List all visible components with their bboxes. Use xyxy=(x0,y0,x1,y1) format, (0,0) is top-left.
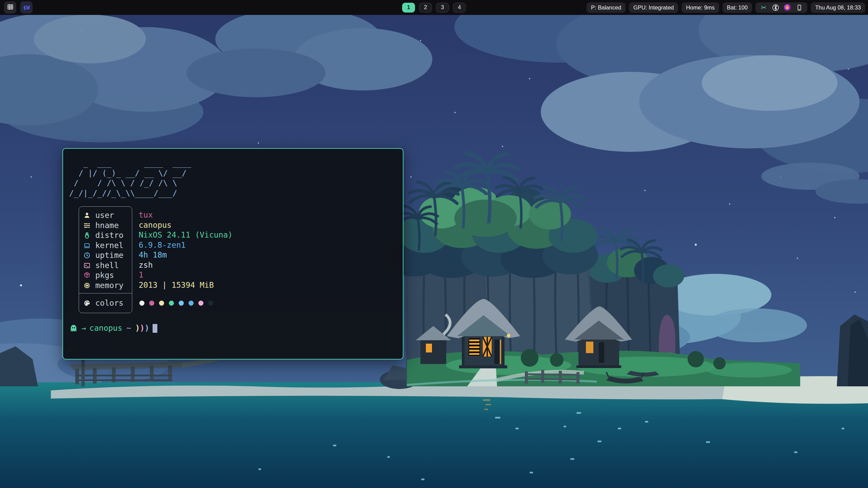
app-launcher-button[interactable] xyxy=(4,1,16,14)
fetch-row-kernel: kernel xyxy=(79,241,132,251)
fetch-label: kernel xyxy=(95,241,123,251)
desktop: $W 1234 P: BalancedGPU: IntegratedHome: … xyxy=(0,0,868,488)
fetch-label: distro xyxy=(95,230,123,241)
fetch-label: hname xyxy=(95,221,119,231)
bluetooth-icon[interactable] xyxy=(772,4,779,11)
status-pill-p[interactable]: P: Balanced xyxy=(587,2,626,13)
workspace-button-3[interactable]: 3 xyxy=(436,3,449,13)
color-swatch-2 xyxy=(159,301,164,306)
palette-icon xyxy=(83,300,91,307)
fetch-colors-row: colors xyxy=(79,293,132,313)
phone-icon[interactable] xyxy=(795,4,803,11)
fetch-row-hname: hname xyxy=(79,221,132,231)
fetch-values: tuxcanopusNixOS 24.11 (Vicuna)6.9.8-zen1… xyxy=(132,206,396,313)
prompt-path: ~ xyxy=(126,323,131,333)
terminal-palette-dots xyxy=(139,293,396,313)
fetch-value-shell: zsh xyxy=(139,260,396,270)
fetch-row-memory: memory xyxy=(79,281,132,291)
fetch-row-user: user xyxy=(79,210,132,221)
dollar-w-badge: $W xyxy=(23,4,29,11)
fetch-label: shell xyxy=(95,261,119,271)
color-swatch-0 xyxy=(139,301,144,306)
apps-grid-icon xyxy=(7,4,14,11)
prompt-chevron: ) xyxy=(140,324,145,332)
fetch-value-kernel: 6.9.8-zen1 xyxy=(139,240,396,250)
fetch-label-box: userhnamedistrokerneluptimeshellpkgsmemo… xyxy=(79,206,132,313)
terminal-window[interactable]: _ ___ ____ ____ / |/ (_)_ __/ __ \/ __/ … xyxy=(62,148,403,360)
fetch-value-distro: NixOS 24.11 (Vicuna) xyxy=(139,230,396,240)
workspace-button-1[interactable]: 1 xyxy=(402,3,415,13)
chip-icon xyxy=(83,282,91,289)
color-swatch-4 xyxy=(179,301,184,306)
color-swatch-3 xyxy=(169,301,174,306)
workspace-button-4[interactable]: 4 xyxy=(453,3,466,13)
list-icon xyxy=(83,222,91,229)
system-tray[interactable]: ✂ xyxy=(755,2,807,13)
terminal-icon xyxy=(83,262,91,269)
nixos-ascii-logo: _ ___ ____ ____ / |/ (_)_ __/ __ \/ __/ … xyxy=(69,158,396,198)
prompt-chevron: ) xyxy=(135,324,140,332)
fetch-value-pkgs: 1 xyxy=(139,270,396,280)
penguin-icon xyxy=(83,232,91,239)
status-pill-gpu[interactable]: GPU: Integrated xyxy=(629,2,678,13)
workspace-list: 1234 xyxy=(402,0,466,15)
topbar-left: $W xyxy=(4,0,33,15)
status-pill-home[interactable]: Home: 9ms xyxy=(682,2,719,13)
prompt-hostname: canopus xyxy=(90,323,122,333)
fetch-label: user xyxy=(95,210,114,221)
fetch-value-hname: canopus xyxy=(139,220,396,230)
workspace-button-2[interactable]: 2 xyxy=(419,3,432,13)
person-icon xyxy=(83,212,91,219)
fetch-value-user: tux xyxy=(139,210,396,220)
fetch-row-distro: distro xyxy=(79,230,132,241)
shell-prompt: → canopus ~ ))) xyxy=(69,323,396,333)
fetch-row-uptime: uptime xyxy=(79,250,132,261)
fetch-label: uptime xyxy=(95,250,123,261)
fetch-value-uptime: 4h 18m xyxy=(139,250,396,260)
terminal-cursor xyxy=(153,324,157,333)
fetch-label: memory xyxy=(95,281,123,291)
laptop-icon xyxy=(83,242,91,249)
color-swatch-5 xyxy=(189,301,194,306)
clock-icon xyxy=(83,252,91,259)
workspace-switcher-button[interactable]: $W xyxy=(20,1,33,14)
prompt-chevrons: ))) xyxy=(135,323,150,333)
flame-icon[interactable] xyxy=(784,4,791,11)
scissors-icon[interactable]: ✂ xyxy=(760,4,767,11)
topbar-right: P: BalancedGPU: IntegratedHome: 9msBat: … xyxy=(587,0,865,15)
fetch-value-memory: 2013 | 15394 MiB xyxy=(139,280,396,290)
fetch-row-shell: shell xyxy=(79,261,132,271)
package-icon xyxy=(83,272,91,279)
clock-label: Thu Aug 08, 18:33 xyxy=(815,4,861,11)
prompt-arrow: → xyxy=(81,323,86,333)
fastfetch-output: userhnamedistrokerneluptimeshellpkgsmemo… xyxy=(79,206,396,313)
color-swatch-7 xyxy=(208,301,213,306)
status-pill-bat[interactable]: Bat: 100 xyxy=(723,2,752,13)
topbar: $W 1234 P: BalancedGPU: IntegratedHome: … xyxy=(0,0,868,15)
color-swatch-6 xyxy=(198,301,203,306)
fetch-label: colors xyxy=(95,298,123,308)
fetch-row-pkgs: pkgs xyxy=(79,270,132,281)
clock-pill[interactable]: Thu Aug 08, 18:33 xyxy=(811,2,865,13)
color-swatch-1 xyxy=(149,301,154,306)
ghost-icon xyxy=(69,324,78,333)
prompt-chevron: ) xyxy=(144,324,149,332)
fetch-label: pkgs xyxy=(95,270,114,281)
